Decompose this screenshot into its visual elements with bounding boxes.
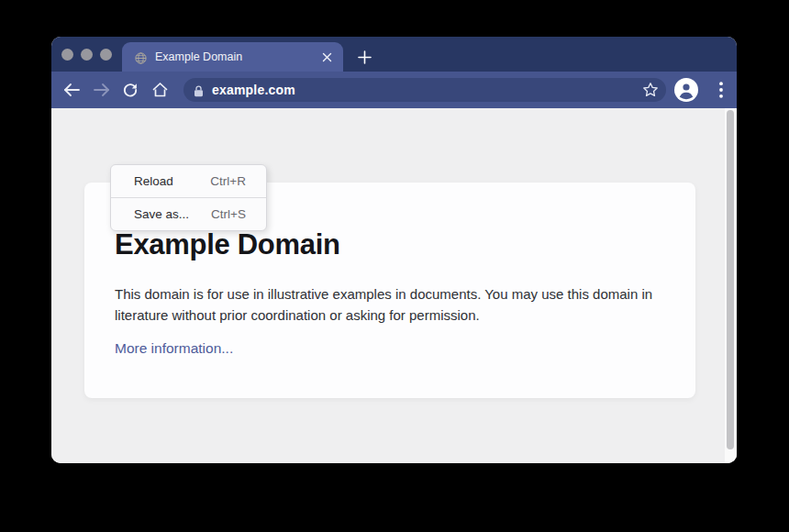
forward-arrow-icon (93, 83, 110, 97)
menu-item-label: Reload (134, 174, 173, 188)
close-window-button[interactable] (61, 49, 73, 61)
more-information-link[interactable]: More information... (115, 340, 233, 357)
forward-button[interactable] (92, 81, 110, 99)
back-button[interactable] (62, 81, 81, 99)
browser-toolbar: example.com (51, 72, 737, 108)
home-icon (151, 82, 169, 98)
scrollbar-thumb[interactable] (727, 110, 734, 449)
plus-icon (358, 50, 372, 64)
address-bar[interactable]: example.com (183, 78, 666, 102)
menu-item-shortcut: Ctrl+R (210, 174, 246, 188)
browser-tab[interactable]: Example Domain (122, 42, 343, 72)
home-button[interactable] (150, 81, 169, 99)
kebab-menu-icon[interactable] (715, 82, 728, 98)
globe-icon (135, 51, 147, 63)
profile-avatar-icon[interactable] (674, 78, 698, 102)
tab-title: Example Domain (155, 50, 321, 63)
reload-icon (122, 82, 139, 98)
context-menu: Reload Ctrl+R Save as... Ctrl+S (110, 164, 267, 231)
context-menu-item-save-as[interactable]: Save as... Ctrl+S (111, 197, 266, 230)
window-controls (61, 49, 112, 61)
lock-icon (194, 84, 204, 96)
new-tab-button[interactable] (349, 42, 380, 72)
browser-window: Example Domain (51, 37, 737, 463)
menu-item-label: Save as... (134, 207, 189, 221)
context-menu-item-reload[interactable]: Reload Ctrl+R (111, 165, 266, 197)
close-icon[interactable] (321, 51, 333, 63)
back-arrow-icon (63, 83, 81, 97)
scrollbar-track[interactable] (725, 108, 737, 463)
url-text: example.com (212, 83, 295, 97)
reload-button[interactable] (121, 81, 139, 99)
title-bar: Example Domain (51, 37, 737, 72)
page-viewport: Example Domain This domain is for use in… (51, 108, 737, 463)
page-paragraph: This domain is for use in illustrative e… (115, 283, 654, 326)
menu-item-shortcut: Ctrl+S (211, 207, 246, 221)
maximize-window-button[interactable] (100, 49, 112, 61)
minimize-window-button[interactable] (81, 49, 93, 61)
bookmark-star-icon[interactable] (642, 82, 659, 98)
